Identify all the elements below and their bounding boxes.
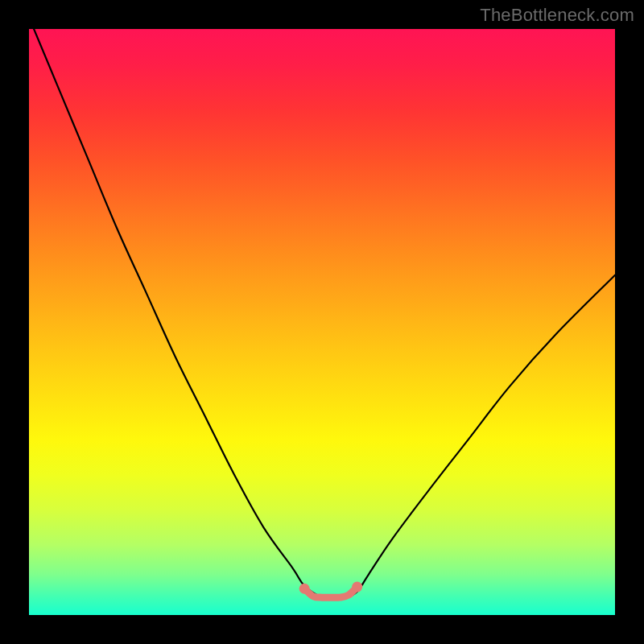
plot-area (29, 29, 615, 615)
flat-zone-endpoint (299, 584, 310, 594)
bottleneck-curve (29, 29, 615, 598)
chart-svg (29, 29, 615, 615)
chart-stage: TheBottleneck.com (0, 0, 644, 644)
flat-zone-line (304, 587, 357, 597)
flat-zone-endpoint (352, 582, 362, 592)
watermark-label: TheBottleneck.com (480, 5, 634, 26)
